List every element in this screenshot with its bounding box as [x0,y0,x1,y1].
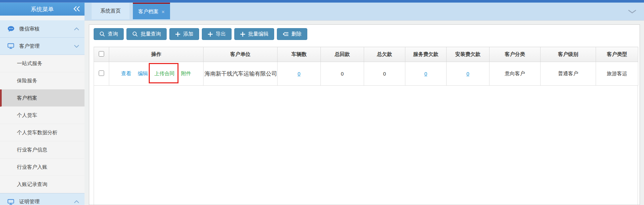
sidebar-group-customer-mgmt[interactable]: 客户管理 [0,38,85,55]
button-label: 批量查询 [141,31,161,37]
service-fee-owed-link[interactable]: 0 [424,71,427,77]
row-checkbox[interactable] [99,70,104,76]
install-fee-owed-link[interactable]: 0 [467,71,469,77]
attachment-link[interactable]: 附件 [181,70,191,77]
service-fee-owed-cell: 0 [405,62,447,86]
tab-label: 客户档案 [138,8,159,15]
sidebar-item-label: 入账记录查询 [17,181,47,188]
install-fee-owed-cell: 0 [447,62,490,86]
button-label: 添加 [183,31,193,37]
total-received-cell: 0 [321,62,364,86]
app-root: 系统菜单 微信审核 [0,3,644,205]
chevron-up-icon [74,200,79,203]
column-header-category[interactable]: 客户分类 [490,47,541,62]
sidebar-menu: 微信审核 客户管理 一站式服务 [0,16,85,205]
column-header-type[interactable]: 客户类型 [596,47,638,62]
sidebar-item-label: 个人货车 [17,112,37,119]
table-header-row: 操作 客户单位 车辆数 总回款 总欠款 服务费欠款 安装费欠款 客户分类 客户级… [94,47,638,62]
add-button[interactable]: 添加 [169,28,199,40]
sidebar-item-personal-truck-analysis[interactable]: 个人货车数据分析 [0,124,85,141]
tab-customer-files[interactable]: 客户档案 × [133,3,170,19]
column-header-vehicle-count[interactable]: 车辆数 [278,47,321,62]
sidebar-submenu-customer-mgmt: 一站式服务 保险服务 客户档案 个人货车 个人货车数据分析 行业客户信息 行业客… [0,55,85,193]
batch-edit-button[interactable]: 批量编辑 [234,28,274,40]
search-icon [99,31,105,37]
sidebar-item-label: 行业客户入账 [17,164,47,170]
sidebar-item-customer-files[interactable]: 客户档案 [0,89,85,107]
category-cell: 意向客户 [490,62,541,86]
sidebar-group-label: 微信审核 [19,26,40,32]
column-header-company[interactable]: 客户单位 [204,47,278,62]
grid-empty-area [94,86,638,205]
chevron-down-icon [74,45,79,48]
collapse-sidebar-icon[interactable] [73,6,80,12]
button-label: 删除 [291,31,302,37]
sidebar-title: 系统菜单 [31,5,54,13]
customer-table: 操作 客户单位 车辆数 总回款 总欠款 服务费欠款 安装费欠款 客户分类 客户级… [94,47,638,86]
batch-query-button[interactable]: 批量查询 [126,28,167,40]
sidebar-group-label: 证明管理 [19,199,40,205]
plus-icon [175,32,181,37]
upload-contract-link[interactable]: 上传合同 [154,70,175,76]
vehicle-count-cell: 0 [278,62,321,86]
button-label: 查询 [108,31,118,37]
sidebar-group-wechat-audit[interactable]: 微信审核 [0,20,85,38]
column-header-service-fee-owed[interactable]: 服务费欠款 [405,47,447,62]
company-cell: 海南新干线汽车运输有限公司 [204,62,278,86]
sidebar-item-insurance-service[interactable]: 保险服务 [0,72,85,89]
plus-icon [240,32,245,37]
sidebar-item-label: 客户档案 [17,95,37,101]
sidebar-item-label: 保险服务 [17,78,37,84]
sidebar-item-industry-customer-entry[interactable]: 行业客户入账 [0,159,85,176]
total-owed-cell: 0 [364,62,405,86]
column-header-total-owed[interactable]: 总欠款 [364,47,405,62]
query-button[interactable]: 查询 [94,28,124,40]
sidebar-item-label: 一站式服务 [17,60,42,67]
column-header-install-fee-owed[interactable]: 安装费欠款 [447,47,490,62]
vehicle-count-link[interactable]: 0 [297,71,300,77]
delete-button[interactable]: 删除 [277,28,307,40]
customer-files-panel: 查询 批量查询 添加 [89,24,640,205]
sidebar-item-industry-customer-info[interactable]: 行业客户信息 [0,141,85,159]
customer-grid: 操作 客户单位 车辆数 总回款 总欠款 服务费欠款 安装费欠款 客户分类 客户级… [94,47,638,205]
column-header-actions[interactable]: 操作 [109,47,204,62]
sidebar-item-personal-truck[interactable]: 个人货车 [0,107,85,124]
export-button[interactable]: 导出 [202,28,232,40]
table-row: 查看 编辑 上传合同 附件 海南新干线汽车 [94,62,638,86]
window-top-strip [0,0,644,3]
tab-overflow-chevron-icon[interactable] [628,9,637,14]
close-tab-icon[interactable]: × [162,9,165,15]
column-header-total-received[interactable]: 总回款 [321,47,364,62]
tab-system-home[interactable]: 系统首页 [92,3,129,19]
tab-bar: 系统首页 客户档案 × [85,3,644,21]
sidebar-group-cert-mgmt[interactable]: 证明管理 [0,193,85,205]
header-checkbox-cell [94,47,109,62]
select-all-checkbox[interactable] [99,51,104,57]
button-label: 导出 [216,31,226,37]
sidebar: 系统菜单 微信审核 [0,3,85,205]
column-header-level[interactable]: 客户级别 [541,47,596,62]
content-area: 查询 批量查询 添加 [85,21,644,205]
row-actions-cell: 查看 编辑 上传合同 附件 [109,62,204,86]
edit-link[interactable]: 编辑 [138,70,148,77]
sidebar-item-one-stop-service[interactable]: 一站式服务 [0,55,85,72]
tab-label: 系统首页 [100,8,121,14]
level-cell: 普通客户 [541,62,596,86]
monitor-icon [7,43,15,49]
button-label: 批量编辑 [248,31,268,37]
sidebar-item-entry-record-query[interactable]: 入账记录查询 [0,176,85,193]
view-link[interactable]: 查看 [121,70,132,77]
remove-lines-icon [283,32,289,37]
sidebar-item-label: 个人货车数据分析 [17,129,57,136]
sidebar-header: 系统菜单 [0,3,85,16]
main-area: 系统首页 客户档案 × 查询 [85,3,644,205]
search-icon [132,31,138,37]
type-cell: 旅游客运 [596,62,638,86]
sidebar-group-label: 客户管理 [19,43,40,49]
toolbar: 查询 批量查询 添加 [94,28,640,40]
sidebar-item-label: 行业客户信息 [17,147,47,153]
monitor-icon [7,199,15,205]
chevron-up-icon [74,27,79,30]
plus-icon [208,32,213,37]
row-checkbox-cell [94,62,109,86]
